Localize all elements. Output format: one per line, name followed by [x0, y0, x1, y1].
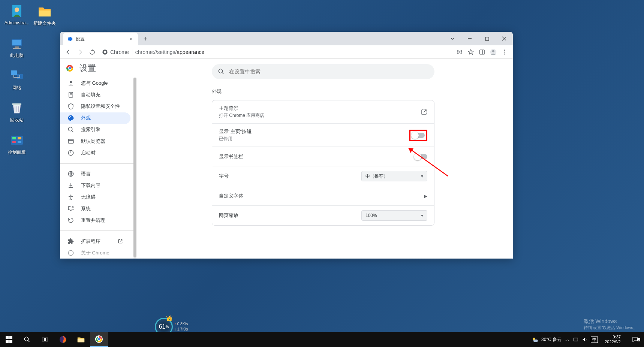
sidebar-scrollbar[interactable]: [133, 78, 136, 259]
external-link-icon: [118, 239, 123, 244]
search-button[interactable]: [18, 332, 36, 347]
bookmark-button[interactable]: [466, 47, 476, 57]
desktop-icon-this-pc[interactable]: 此电脑: [3, 36, 31, 59]
recycle-bin-icon: [9, 100, 24, 115]
autofill-icon: [67, 91, 74, 98]
row-theme[interactable]: 主题背景 打开 Chrome 应用商店: [212, 100, 434, 124]
sidebar-item-accessibility[interactable]: 无障碍: [60, 191, 130, 203]
svg-rect-4: [15, 46, 19, 48]
chevron-down-icon: ▾: [421, 174, 423, 179]
sidebar-item-you-and-google[interactable]: 您与 Google: [60, 78, 130, 89]
sidebar-item-system[interactable]: 系统: [60, 203, 130, 214]
desktop-icon-new-folder[interactable]: 新建文件夹: [31, 4, 58, 27]
settings-search-input[interactable]: [229, 69, 428, 75]
svg-point-1: [15, 7, 19, 12]
sidebar-item-startup[interactable]: 启动时: [60, 147, 130, 159]
sidebar-item-languages[interactable]: 语言: [60, 168, 130, 180]
ime-indicator[interactable]: 中: [591, 337, 598, 343]
tray-overflow-icon[interactable]: ︿: [565, 337, 570, 343]
svg-rect-14: [485, 37, 489, 40]
bookmarks-toggle[interactable]: [415, 154, 427, 159]
forward-button[interactable]: [75, 47, 85, 57]
home-button-toggle[interactable]: [412, 133, 425, 138]
weather-icon: [532, 336, 539, 343]
sidebar-item-downloads[interactable]: 下载内容: [60, 179, 130, 191]
taskbar-chrome[interactable]: [90, 332, 108, 347]
taskbar-file-explorer[interactable]: [72, 332, 90, 347]
desktop-icon-network[interactable]: 网络: [3, 68, 31, 91]
window-close-button[interactable]: [496, 32, 513, 45]
svg-rect-49: [6, 340, 9, 343]
desktop-icon-label: 网络: [12, 85, 21, 91]
sidebar-item-search-engine[interactable]: 搜索引擎: [60, 124, 130, 136]
svg-rect-56: [78, 339, 84, 342]
row-custom-font[interactable]: 自定义字体 ▸: [212, 186, 434, 206]
window-dropdown-button[interactable]: [444, 32, 461, 45]
row-title: 字号: [219, 173, 361, 179]
sidebar-item-default-browser[interactable]: 默认浏览器: [60, 136, 130, 147]
svg-point-51: [24, 337, 28, 341]
svg-point-41: [70, 194, 72, 196]
addr-label: Chrome: [110, 49, 129, 55]
sidebar-item-extensions[interactable]: 扩展程序: [60, 235, 130, 247]
desktop-icon-administrator[interactable]: Administra...: [3, 4, 31, 25]
desktop-icon-recycle-bin[interactable]: 回收站: [3, 100, 31, 123]
reload-button[interactable]: [87, 47, 97, 57]
search-icon: [218, 68, 225, 75]
back-button[interactable]: [63, 47, 73, 57]
side-panel-button[interactable]: [477, 47, 487, 57]
url-prefix: chrome://settings/: [135, 49, 177, 55]
tab-settings[interactable]: 设置 ×: [63, 33, 138, 45]
svg-point-21: [504, 49, 505, 51]
weather-widget[interactable]: 30°C 多云: [532, 336, 562, 343]
gear-icon: [67, 36, 73, 42]
font-size-dropdown[interactable]: 中（推荐）▾: [361, 171, 427, 181]
sidebar-item-reset[interactable]: 重置并清理: [60, 214, 130, 226]
network-tray-icon[interactable]: [573, 337, 579, 343]
address-bar[interactable]: Chrome chrome://settings/appearance: [102, 47, 450, 57]
task-view-button[interactable]: [36, 332, 54, 347]
taskbar-firefox[interactable]: [54, 332, 72, 347]
row-subtitle: 打开 Chrome 应用商店: [219, 112, 421, 119]
sidebar-item-autofill[interactable]: 自动填充: [60, 89, 130, 101]
page-zoom-dropdown[interactable]: 100%▾: [361, 210, 427, 221]
settings-search[interactable]: [212, 64, 434, 79]
new-tab-button[interactable]: +: [140, 34, 151, 44]
default-browser-icon: [67, 138, 74, 145]
menu-button[interactable]: [499, 47, 510, 57]
new-folder-icon: [37, 4, 52, 19]
tab-close-button[interactable]: ×: [128, 36, 134, 42]
notification-button[interactable]: 2: [628, 336, 643, 343]
svg-rect-47: [6, 336, 9, 339]
svg-rect-53: [42, 338, 45, 341]
share-button[interactable]: [454, 47, 465, 57]
about-icon: [67, 250, 74, 256]
sidebar-item-appearance[interactable]: 外观: [60, 112, 130, 124]
svg-rect-36: [68, 139, 73, 144]
taskbar: 30°C 多云 ︿ 中 9:37 2022/9/2 2: [0, 332, 644, 347]
settings-main: 外观 主题背景 打开 Chrome 应用商店 显示"主页"按钮 已停用: [133, 59, 513, 259]
window-maximize-button[interactable]: [478, 32, 496, 45]
svg-rect-3: [12, 40, 21, 45]
desktop-icon-control-panel[interactable]: 控制面板: [3, 133, 31, 156]
svg-point-20: [492, 50, 494, 52]
row-title: 网页缩放: [219, 212, 361, 219]
svg-line-35: [72, 131, 73, 133]
reset-icon: [67, 217, 74, 224]
profile-button[interactable]: [488, 47, 499, 57]
chrome-logo-icon: [65, 64, 74, 73]
this-pc-icon: [9, 36, 24, 51]
control-panel-icon: [9, 133, 24, 148]
appearance-icon: [67, 115, 74, 121]
system-tray[interactable]: ︿ 中: [565, 337, 598, 343]
row-title: 显示"主页"按钮: [219, 128, 409, 135]
window-minimize-button[interactable]: [461, 32, 478, 45]
sidebar-item-about[interactable]: 关于 Chrome: [60, 247, 130, 259]
volume-tray-icon[interactable]: [582, 337, 588, 343]
sidebar-item-privacy[interactable]: 隐私设置和安全性: [60, 101, 130, 112]
start-button[interactable]: [0, 332, 18, 347]
row-page-zoom: 网页缩放 100%▾: [212, 206, 434, 225]
svg-rect-12: [12, 141, 16, 143]
startup-icon: [67, 150, 74, 156]
taskbar-clock[interactable]: 9:37 2022/9/2: [602, 335, 624, 344]
